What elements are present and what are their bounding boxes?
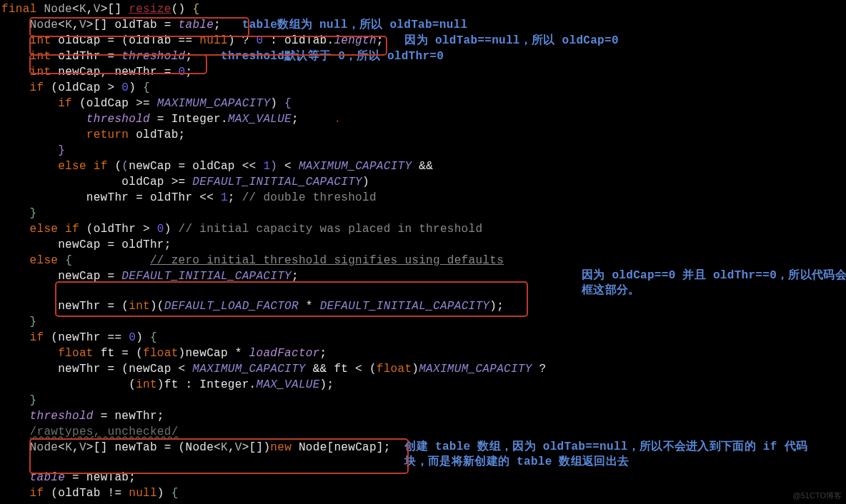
- annotation-2: 因为 oldTab==null，所以 oldCap=0: [404, 34, 618, 47]
- annotation-5: 创建 table 数组，因为 oldTab==null，所以不会进入到下面的 i…: [404, 440, 830, 470]
- annotation-4: 因为 oldCap==0 并且 oldThr==0，所以代码会执行红框这部分。: [582, 268, 846, 298]
- code-block: final Node<K,V>[] resize() { Node<K,V>[]…: [0, 0, 846, 501]
- annotation-3: threshold默认等于 0，所以 oldThr=0: [221, 50, 444, 63]
- watermark: @51CTO博客: [793, 490, 842, 501]
- annotation-1: table数组为 null，所以 oldTab=null: [242, 19, 468, 31]
